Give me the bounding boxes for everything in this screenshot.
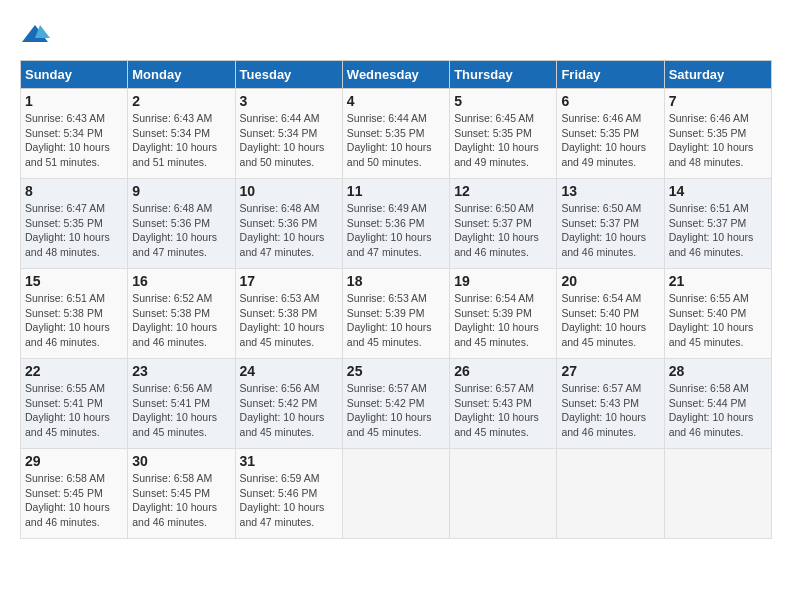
day-info: Sunrise: 6:51 AM Sunset: 5:38 PM Dayligh… (25, 291, 123, 350)
day-number: 30 (132, 453, 230, 469)
day-number: 12 (454, 183, 552, 199)
day-cell-7: 7 Sunrise: 6:46 AM Sunset: 5:35 PM Dayli… (664, 89, 771, 179)
empty-cell (557, 449, 664, 539)
day-number: 3 (240, 93, 338, 109)
day-number: 27 (561, 363, 659, 379)
day-header-friday: Friday (557, 61, 664, 89)
day-cell-1: 1 Sunrise: 6:43 AM Sunset: 5:34 PM Dayli… (21, 89, 128, 179)
calendar-week-1: 1 Sunrise: 6:43 AM Sunset: 5:34 PM Dayli… (21, 89, 772, 179)
calendar-table: SundayMondayTuesdayWednesdayThursdayFrid… (20, 60, 772, 539)
day-cell-28: 28 Sunrise: 6:58 AM Sunset: 5:44 PM Dayl… (664, 359, 771, 449)
day-number: 4 (347, 93, 445, 109)
day-cell-10: 10 Sunrise: 6:48 AM Sunset: 5:36 PM Dayl… (235, 179, 342, 269)
day-info: Sunrise: 6:51 AM Sunset: 5:37 PM Dayligh… (669, 201, 767, 260)
day-cell-21: 21 Sunrise: 6:55 AM Sunset: 5:40 PM Dayl… (664, 269, 771, 359)
day-info: Sunrise: 6:43 AM Sunset: 5:34 PM Dayligh… (25, 111, 123, 170)
day-number: 21 (669, 273, 767, 289)
day-info: Sunrise: 6:49 AM Sunset: 5:36 PM Dayligh… (347, 201, 445, 260)
day-info: Sunrise: 6:57 AM Sunset: 5:43 PM Dayligh… (454, 381, 552, 440)
day-cell-22: 22 Sunrise: 6:55 AM Sunset: 5:41 PM Dayl… (21, 359, 128, 449)
day-number: 14 (669, 183, 767, 199)
day-number: 11 (347, 183, 445, 199)
day-cell-17: 17 Sunrise: 6:53 AM Sunset: 5:38 PM Dayl… (235, 269, 342, 359)
day-number: 15 (25, 273, 123, 289)
day-number: 6 (561, 93, 659, 109)
day-cell-4: 4 Sunrise: 6:44 AM Sunset: 5:35 PM Dayli… (342, 89, 449, 179)
day-info: Sunrise: 6:47 AM Sunset: 5:35 PM Dayligh… (25, 201, 123, 260)
day-info: Sunrise: 6:54 AM Sunset: 5:39 PM Dayligh… (454, 291, 552, 350)
day-cell-9: 9 Sunrise: 6:48 AM Sunset: 5:36 PM Dayli… (128, 179, 235, 269)
day-info: Sunrise: 6:58 AM Sunset: 5:44 PM Dayligh… (669, 381, 767, 440)
day-number: 31 (240, 453, 338, 469)
day-cell-19: 19 Sunrise: 6:54 AM Sunset: 5:39 PM Dayl… (450, 269, 557, 359)
day-number: 20 (561, 273, 659, 289)
day-number: 24 (240, 363, 338, 379)
day-cell-27: 27 Sunrise: 6:57 AM Sunset: 5:43 PM Dayl… (557, 359, 664, 449)
day-info: Sunrise: 6:46 AM Sunset: 5:35 PM Dayligh… (561, 111, 659, 170)
day-cell-29: 29 Sunrise: 6:58 AM Sunset: 5:45 PM Dayl… (21, 449, 128, 539)
day-number: 5 (454, 93, 552, 109)
day-number: 2 (132, 93, 230, 109)
day-cell-25: 25 Sunrise: 6:57 AM Sunset: 5:42 PM Dayl… (342, 359, 449, 449)
day-info: Sunrise: 6:56 AM Sunset: 5:42 PM Dayligh… (240, 381, 338, 440)
day-info: Sunrise: 6:45 AM Sunset: 5:35 PM Dayligh… (454, 111, 552, 170)
day-number: 17 (240, 273, 338, 289)
day-info: Sunrise: 6:53 AM Sunset: 5:38 PM Dayligh… (240, 291, 338, 350)
day-cell-12: 12 Sunrise: 6:50 AM Sunset: 5:37 PM Dayl… (450, 179, 557, 269)
day-info: Sunrise: 6:59 AM Sunset: 5:46 PM Dayligh… (240, 471, 338, 530)
day-number: 16 (132, 273, 230, 289)
calendar-week-2: 8 Sunrise: 6:47 AM Sunset: 5:35 PM Dayli… (21, 179, 772, 269)
calendar-header: SundayMondayTuesdayWednesdayThursdayFrid… (21, 61, 772, 89)
day-info: Sunrise: 6:54 AM Sunset: 5:40 PM Dayligh… (561, 291, 659, 350)
day-cell-14: 14 Sunrise: 6:51 AM Sunset: 5:37 PM Dayl… (664, 179, 771, 269)
day-info: Sunrise: 6:52 AM Sunset: 5:38 PM Dayligh… (132, 291, 230, 350)
calendar-week-3: 15 Sunrise: 6:51 AM Sunset: 5:38 PM Dayl… (21, 269, 772, 359)
day-number: 19 (454, 273, 552, 289)
day-cell-30: 30 Sunrise: 6:58 AM Sunset: 5:45 PM Dayl… (128, 449, 235, 539)
day-number: 29 (25, 453, 123, 469)
day-cell-13: 13 Sunrise: 6:50 AM Sunset: 5:37 PM Dayl… (557, 179, 664, 269)
day-info: Sunrise: 6:57 AM Sunset: 5:43 PM Dayligh… (561, 381, 659, 440)
day-info: Sunrise: 6:55 AM Sunset: 5:41 PM Dayligh… (25, 381, 123, 440)
day-cell-15: 15 Sunrise: 6:51 AM Sunset: 5:38 PM Dayl… (21, 269, 128, 359)
day-info: Sunrise: 6:58 AM Sunset: 5:45 PM Dayligh… (132, 471, 230, 530)
day-cell-8: 8 Sunrise: 6:47 AM Sunset: 5:35 PM Dayli… (21, 179, 128, 269)
day-number: 13 (561, 183, 659, 199)
calendar-body: 1 Sunrise: 6:43 AM Sunset: 5:34 PM Dayli… (21, 89, 772, 539)
day-header-wednesday: Wednesday (342, 61, 449, 89)
day-cell-31: 31 Sunrise: 6:59 AM Sunset: 5:46 PM Dayl… (235, 449, 342, 539)
day-number: 26 (454, 363, 552, 379)
day-cell-20: 20 Sunrise: 6:54 AM Sunset: 5:40 PM Dayl… (557, 269, 664, 359)
day-number: 10 (240, 183, 338, 199)
day-number: 1 (25, 93, 123, 109)
day-info: Sunrise: 6:57 AM Sunset: 5:42 PM Dayligh… (347, 381, 445, 440)
day-info: Sunrise: 6:44 AM Sunset: 5:35 PM Dayligh… (347, 111, 445, 170)
day-info: Sunrise: 6:48 AM Sunset: 5:36 PM Dayligh… (240, 201, 338, 260)
calendar-week-4: 22 Sunrise: 6:55 AM Sunset: 5:41 PM Dayl… (21, 359, 772, 449)
day-info: Sunrise: 6:44 AM Sunset: 5:34 PM Dayligh… (240, 111, 338, 170)
day-info: Sunrise: 6:56 AM Sunset: 5:41 PM Dayligh… (132, 381, 230, 440)
day-header-sunday: Sunday (21, 61, 128, 89)
day-number: 18 (347, 273, 445, 289)
day-number: 9 (132, 183, 230, 199)
day-info: Sunrise: 6:50 AM Sunset: 5:37 PM Dayligh… (561, 201, 659, 260)
day-cell-16: 16 Sunrise: 6:52 AM Sunset: 5:38 PM Dayl… (128, 269, 235, 359)
day-number: 8 (25, 183, 123, 199)
day-header-tuesday: Tuesday (235, 61, 342, 89)
day-cell-11: 11 Sunrise: 6:49 AM Sunset: 5:36 PM Dayl… (342, 179, 449, 269)
day-number: 22 (25, 363, 123, 379)
day-header-thursday: Thursday (450, 61, 557, 89)
day-cell-2: 2 Sunrise: 6:43 AM Sunset: 5:34 PM Dayli… (128, 89, 235, 179)
day-cell-3: 3 Sunrise: 6:44 AM Sunset: 5:34 PM Dayli… (235, 89, 342, 179)
day-info: Sunrise: 6:48 AM Sunset: 5:36 PM Dayligh… (132, 201, 230, 260)
day-number: 25 (347, 363, 445, 379)
day-info: Sunrise: 6:55 AM Sunset: 5:40 PM Dayligh… (669, 291, 767, 350)
logo (20, 20, 54, 50)
day-info: Sunrise: 6:43 AM Sunset: 5:34 PM Dayligh… (132, 111, 230, 170)
day-header-saturday: Saturday (664, 61, 771, 89)
day-info: Sunrise: 6:58 AM Sunset: 5:45 PM Dayligh… (25, 471, 123, 530)
day-number: 7 (669, 93, 767, 109)
header (20, 20, 772, 50)
calendar-week-5: 29 Sunrise: 6:58 AM Sunset: 5:45 PM Dayl… (21, 449, 772, 539)
day-cell-24: 24 Sunrise: 6:56 AM Sunset: 5:42 PM Dayl… (235, 359, 342, 449)
